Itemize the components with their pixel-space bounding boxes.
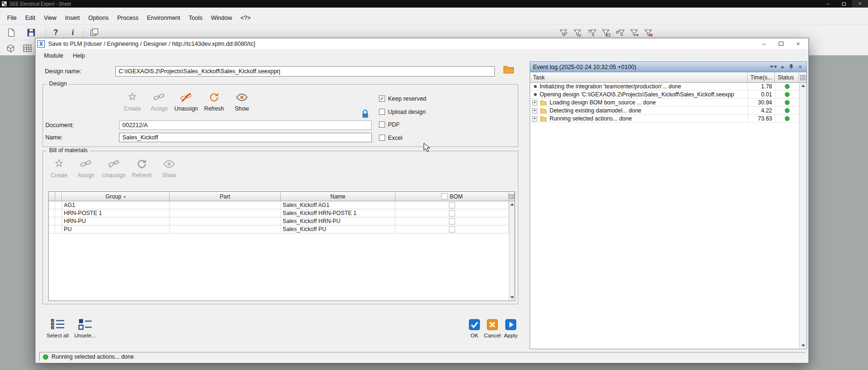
grid-view-button[interactable] [21,42,34,54]
bom-unassign-button[interactable]: Unassign [100,157,128,179]
cube-view-button[interactable] [4,42,17,54]
bom-show-button[interactable]: Show [155,157,183,179]
design-create-button[interactable]: Create [119,90,146,112]
design-name-field[interactable]: C:\IGEXAO\5.2\Projects\Sales_Kickoff\Sal… [115,66,495,77]
filter-edit-button[interactable] [557,26,570,39]
menu-window[interactable]: Window [206,13,236,23]
table-row[interactable]: AG1 Sales_Kickoff AG1 [49,201,515,209]
expand-icon[interactable]: + [532,100,537,105]
row-selector-cell[interactable] [49,209,55,217]
column-header-bom[interactable]: BOM [395,192,509,201]
open-sheet-button[interactable] [5,26,18,39]
menu-options[interactable]: Options [84,13,113,23]
menu-file[interactable]: File [3,13,21,23]
document-field[interactable]: 002212/A [119,120,372,130]
maximize-button[interactable] [836,0,852,8]
bom-assign-button[interactable]: Assign [72,157,100,179]
row-selector-cell[interactable] [55,225,62,233]
bom-table-scrollbar[interactable] [509,201,515,301]
select-all-button[interactable]: Select all [44,318,71,338]
log-row[interactable]: + Running selected actions... done 73.63 [530,115,799,123]
filter-x-button[interactable] [642,26,655,39]
row-selector-cell[interactable] [49,217,55,225]
filter-t-button[interactable]: T [585,26,598,39]
menu-insert[interactable]: Insert [61,13,84,23]
scroll-down-button[interactable] [799,343,807,349]
filter-block-button[interactable] [599,26,612,39]
column-header-task[interactable]: Task [530,72,748,83]
scroll-down-button[interactable] [509,294,515,301]
filter-e-button[interactable]: e [613,26,627,39]
bom-row-checkbox[interactable] [449,226,455,232]
log-column-options-button[interactable] [799,72,807,83]
expand-icon[interactable]: + [532,108,537,113]
bom-row-checkbox[interactable] [449,202,455,208]
column-header-status[interactable]: Status [775,72,799,83]
dialog-menu-module[interactable]: Module [39,51,68,61]
unselect-all-button[interactable]: Unsele... [71,318,99,338]
panel-close-icon[interactable]: × [797,63,804,70]
filter-v-button[interactable]: V [571,26,584,39]
minimize-button[interactable]: – [820,0,836,8]
menu-help[interactable]: <?> [236,13,255,23]
table-row[interactable]: HRN-PU Sales_Kickoff HRN-PU [49,217,515,225]
dialog-minimize-button[interactable]: – [756,39,773,49]
expand-icon[interactable]: + [532,116,537,121]
dialog-maximize-button[interactable] [773,39,790,49]
row-selector-cell[interactable] [49,225,55,233]
scroll-up-button[interactable] [799,83,807,89]
column-header-time[interactable]: Time(s... [748,72,775,83]
design-assign-button[interactable]: Assign [146,90,173,112]
log-row[interactable]: Opening design 'C:\IGEXAO\5.2\Projects\S… [530,91,799,99]
row-selector-cell[interactable] [55,201,62,209]
help-button[interactable]: ? [49,26,62,39]
save-button[interactable] [25,26,38,39]
dialog-menu-help[interactable]: Help [68,51,90,61]
browse-design-button[interactable] [503,65,514,76]
row-selector-cell[interactable] [49,201,55,209]
bom-create-button[interactable]: Create [45,157,73,179]
menu-process[interactable]: Process [113,13,143,23]
menu-tools[interactable]: Tools [184,13,206,23]
log-row[interactable]: + Detecting existing datamodel... done 4… [530,107,799,115]
pin-icon[interactable] [788,63,795,70]
bom-header-checkbox[interactable] [441,193,447,199]
bom-row-checkbox[interactable] [449,218,455,224]
column-header-name[interactable]: Name [281,192,395,201]
keep-reserved-checkbox[interactable]: ✓ Keep reserved [379,95,426,102]
info-button[interactable]: i [66,26,79,39]
bom-refresh-button[interactable]: Refresh [128,157,155,179]
event-log-body: Initializing the integration 'teamcenter… [530,83,799,349]
design-show-button[interactable]: Show [228,90,256,112]
bom-row-checkbox[interactable] [449,210,455,216]
table-row[interactable]: PU Sales_Kickoff PU [49,225,515,233]
log-row[interactable]: + Loading design BOM bom_source ... done… [530,99,799,107]
row-selector-cell[interactable] [55,209,62,217]
log-row[interactable]: Initializing the integration 'teamcenter… [530,83,799,91]
menu-edit[interactable]: Edit [21,13,40,23]
row-selector-cell[interactable] [55,217,62,225]
excel-checkbox[interactable]: Excel [379,134,403,141]
pdf-checkbox[interactable]: PDF [379,121,400,128]
menu-environment[interactable]: Environment [143,13,184,23]
new-window-button[interactable] [88,26,101,39]
table-row[interactable]: HRN-POSTE 1 Sales_Kickoff HRN-POSTE 1 [49,209,515,217]
ok-button[interactable]: OK [465,319,483,338]
menu-view[interactable]: View [40,13,61,23]
cancel-button[interactable]: Cancel [483,319,501,338]
apply-button[interactable]: Apply [502,319,520,338]
column-options-button[interactable] [509,192,515,201]
filter-down-button[interactable] [627,26,641,39]
column-header-group[interactable]: Group▴ [62,192,170,201]
scroll-up-button[interactable] [509,201,515,207]
design-refresh-button[interactable]: Refresh [200,90,228,112]
design-unassign-button[interactable]: Unassign [172,90,200,112]
event-log-scrollbar[interactable] [799,83,807,349]
chevron-up-icon[interactable] [779,63,786,70]
column-header-part[interactable]: Part [170,192,281,201]
upload-design-checkbox[interactable]: Upload design [379,108,426,115]
chevron-down-icon[interactable] [770,63,777,70]
name-field[interactable]: Sales_Kickoff [119,133,372,142]
close-button[interactable]: × [852,0,868,8]
dialog-close-button[interactable]: × [790,39,807,49]
